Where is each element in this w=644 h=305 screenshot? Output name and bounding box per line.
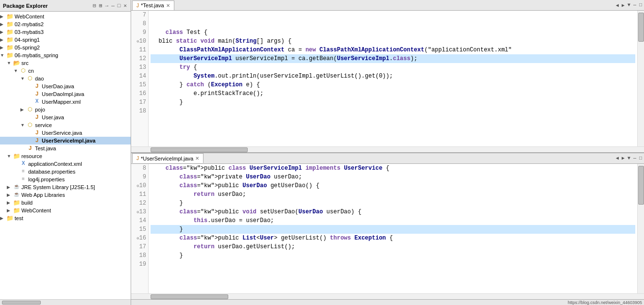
sidebar-item-build[interactable]: ▶📁build	[0, 199, 131, 207]
maximize-pane-2-icon[interactable]: □	[638, 156, 643, 161]
sidebar-item-cn[interactable]: ▼⬡cn	[0, 67, 131, 75]
code-line-2-13[interactable]: class="kw">public void setUserDao(UserDa…	[151, 208, 635, 216]
code-line-2-12[interactable]: }	[151, 199, 635, 208]
code-line-2-9[interactable]: class="kw">private UserDao userDao;	[151, 173, 635, 181]
editor-content-2[interactable]: 89⊖101112⊖131415⊖16171819 class="kw">pub…	[131, 164, 637, 294]
code-line-2-17[interactable]: return userDao.getUserList();	[151, 242, 635, 251]
code-line-2-18[interactable]: }	[151, 251, 635, 260]
tab-userserviceimpl-java[interactable]: J *UserServiceImpl.java ✕	[132, 153, 203, 163]
code-line-2-16[interactable]: class="kw">public List<User> getUserList…	[151, 234, 635, 242]
sidebar-item-dao[interactable]: ▼⬡dao	[0, 75, 131, 82]
sidebar-item-06-mybatis_spring[interactable]: ▼📁06-mybatis_spring	[0, 51, 131, 59]
tab-menu-icon[interactable]: ▼	[627, 2, 631, 8]
sidebar-item-UserServiceImpl.java[interactable]: JUserServiceImpl.java	[0, 137, 131, 144]
sidebar-item-src[interactable]: ▼📂src	[0, 59, 131, 67]
code-line-1-15[interactable]: } catch (Exception e) {	[151, 80, 635, 89]
tree-arrow-04-spring1[interactable]: ▶	[0, 37, 6, 42]
sidebar-item-UserMapper.xml[interactable]: XUserMapper.xml	[0, 98, 131, 106]
tree-arrow-pojo[interactable]: ▶	[20, 107, 26, 112]
code-line-1-8[interactable]	[151, 19, 635, 28]
sidebar-item-User.java[interactable]: JUser.java	[0, 113, 131, 121]
code-line-2-15[interactable]: }	[151, 225, 635, 234]
sidebar-item-service[interactable]: ▼⬡service	[0, 121, 131, 129]
code-line-1-18[interactable]	[151, 107, 635, 115]
tree-label-build: build	[21, 200, 33, 206]
code-line-1-14[interactable]: System.out.println(userServiceImpl.getUs…	[151, 72, 635, 80]
code-line-1-10[interactable]: blic static void main(String[] args) {	[151, 37, 635, 46]
sidebar-item-05-spring2[interactable]: ▶📁05-spring2	[0, 44, 131, 51]
collapse-all-icon[interactable]: ⊟	[92, 2, 97, 9]
tab-close-test-java[interactable]: ✕	[166, 3, 170, 8]
code-line-1-16[interactable]: e.printStackTrace();	[151, 89, 635, 98]
sidebar-item-UserDaoImpl.java[interactable]: JUserDaoImpl.java	[0, 90, 131, 98]
tree-arrow-test[interactable]: ▶	[0, 216, 6, 221]
editor-content-1[interactable]: 789⊖101112131415161718 class Test { blic…	[131, 11, 637, 146]
sidebar-item-04-spring1[interactable]: ▶📁04-spring1	[0, 36, 131, 44]
tab-menu-2-icon[interactable]: ▼	[627, 156, 631, 161]
tree-arrow-02-mybatis2[interactable]: ▶	[0, 22, 6, 27]
scrollbar-v-2[interactable]	[637, 164, 644, 294]
tree-arrow-resource[interactable]: ▼	[7, 154, 13, 159]
sidebar-item-Test.java[interactable]: JTest.java	[0, 144, 131, 152]
scroll-right-2-icon[interactable]: ▶	[621, 155, 626, 161]
minimize-pane-1-icon[interactable]: —	[632, 2, 637, 8]
code-line-1-9[interactable]: class Test {	[151, 28, 635, 37]
tab-test-java[interactable]: J *Test.java ✕	[132, 0, 174, 10]
maximize-pane-1-icon[interactable]: □	[638, 2, 643, 8]
scrollbar-v-1[interactable]	[637, 11, 644, 146]
minimize-icon[interactable]: —	[110, 3, 116, 9]
tab-bar-right-1: ◀ ▶ ▼ — □	[615, 2, 643, 8]
scroll-left-icon[interactable]: ◀	[615, 2, 620, 8]
tree-arrow-WebAppLibraries[interactable]: ▶	[7, 193, 13, 197]
minimize-pane-2-icon[interactable]: —	[632, 156, 637, 161]
sidebar-item-webcontent-top[interactable]: ▶📁WebContent	[0, 13, 131, 20]
code-line-1-13[interactable]: try {	[151, 63, 635, 72]
tree-arrow-src[interactable]: ▼	[7, 61, 13, 65]
sidebar-item-WebContent2[interactable]: ▶📁WebContent	[0, 207, 131, 214]
sidebar-item-JRE[interactable]: ▶☕JRE System Library [J2SE-1.5]	[0, 183, 131, 191]
tree-arrow-WebContent2[interactable]: ▶	[7, 208, 13, 213]
code-line-1-11[interactable]: ClassPathXmlApplicationContext ca = new …	[151, 46, 635, 54]
code-line-2-19[interactable]	[151, 260, 635, 269]
scroll-left-2-icon[interactable]: ◀	[615, 155, 620, 161]
sidebar-item-database.properties[interactable]: ≡database.properties	[0, 168, 131, 176]
code-line-1-12[interactable]: UserServiceImpl userServiceImpl = ca.get…	[151, 54, 635, 63]
code-area-2[interactable]: class="kw">public class UserServiceImpl …	[149, 164, 637, 294]
scroll-right-icon[interactable]: ▶	[621, 2, 626, 8]
maximize-icon[interactable]: □	[117, 3, 122, 9]
tree-arrow-webcontent-top[interactable]: ▶	[0, 14, 6, 19]
tree-arrow-06-mybatis_spring[interactable]: ▼	[0, 53, 6, 58]
code-area-1[interactable]: class Test { blic static void main(Strin…	[149, 11, 637, 146]
code-line-2-10[interactable]: class="kw">public UserDao getUserDao() {	[151, 181, 635, 190]
sidebar-item-pojo[interactable]: ▶⬡pojo	[0, 106, 131, 113]
tree-arrow-JRE[interactable]: ▶	[7, 185, 13, 190]
code-line-1-7[interactable]	[151, 11, 635, 19]
tree-arrow-service[interactable]: ▼	[20, 123, 26, 128]
link-editor-icon[interactable]: →	[104, 3, 110, 9]
sidebar-item-02-mybatis2[interactable]: ▶📁02-mybatis2	[0, 20, 131, 28]
code-line-1-17[interactable]: }	[151, 98, 635, 107]
tree-arrow-dao[interactable]: ▼	[20, 76, 26, 81]
sidebar-scrollbar-h[interactable]	[0, 299, 131, 305]
sidebar-item-03-mybatis3[interactable]: ▶📁03-mybatis3	[0, 28, 131, 36]
scrollbar-h-1[interactable]	[131, 146, 644, 152]
sidebar-item-applicationContext.xml[interactable]: XapplicationContext.xml	[0, 160, 131, 168]
code-line-2-11[interactable]: return userDao;	[151, 190, 635, 199]
tab-close-userserviceimpl[interactable]: ✕	[195, 156, 199, 161]
code-line-2-8[interactable]: class="kw">public class UserServiceImpl …	[151, 164, 635, 173]
sidebar-item-log4j.properties[interactable]: ≡log4j.properties	[0, 176, 131, 183]
close-icon[interactable]: ✕	[122, 2, 128, 9]
tree-arrow-05-spring2[interactable]: ▶	[0, 45, 6, 50]
sidebar-item-resource[interactable]: ▼📁resource	[0, 152, 131, 160]
code-line-2-14[interactable]: this.userDao = userDao;	[151, 216, 635, 225]
tree-icon-Test.java: J	[26, 145, 34, 152]
tree-arrow-cn[interactable]: ▼	[14, 68, 19, 73]
expand-all-icon[interactable]: ⊞	[98, 2, 103, 9]
scrollbar-h-2[interactable]	[131, 293, 644, 299]
tree-arrow-build[interactable]: ▶	[7, 200, 13, 205]
sidebar-item-UserService.java[interactable]: JUserService.java	[0, 129, 131, 137]
sidebar-item-UserDao.java[interactable]: JUserDao.java	[0, 82, 131, 90]
tree-arrow-03-mybatis3[interactable]: ▶	[0, 30, 6, 34]
sidebar-item-test[interactable]: ▶📁test	[0, 214, 131, 222]
sidebar-item-WebAppLibraries[interactable]: ▶☕Web App Libraries	[0, 191, 131, 199]
